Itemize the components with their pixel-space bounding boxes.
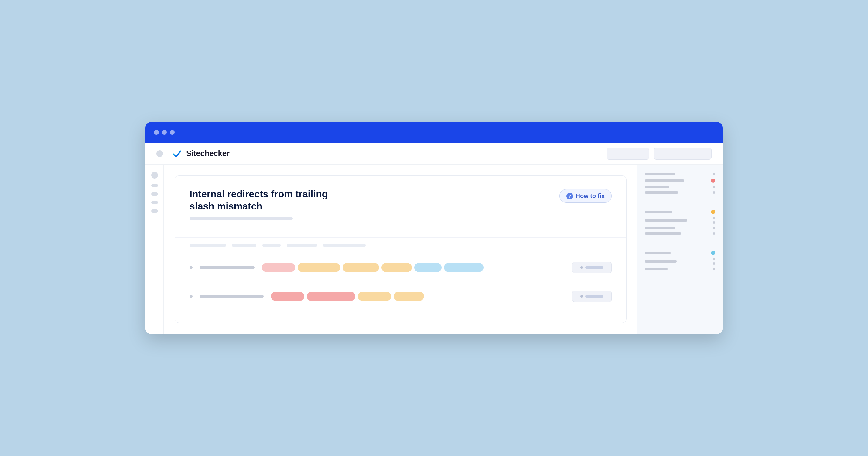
rs-divider — [645, 204, 715, 204]
content-area: Internal redirects from trailing slash m… — [164, 165, 638, 334]
card-header: Internal redirects from trailing slash m… — [189, 188, 612, 227]
rs-section-1 — [645, 173, 715, 197]
sidebar-nav — [146, 165, 164, 334]
rs-mini-dot — [713, 268, 715, 270]
rs-row — [645, 232, 715, 235]
row-tags-2 — [271, 292, 565, 301]
tag-red-1 — [271, 292, 304, 301]
card-subtitle-placeholder — [189, 217, 293, 220]
main-card: Internal redirects from trailing slash m… — [175, 175, 626, 323]
browser-dot-3 — [170, 130, 175, 135]
rs-bar — [645, 191, 678, 194]
row-indicator-2 — [189, 295, 192, 298]
btn-dot-icon-2 — [580, 295, 583, 297]
rs-bar — [645, 252, 671, 254]
rs-mini-dots — [713, 173, 715, 175]
sidebar-item-4 — [151, 201, 158, 204]
tag-orange-3 — [381, 263, 412, 272]
rs-mini-dot — [713, 173, 715, 175]
tag-orange-2 — [343, 263, 379, 272]
rs-bar — [645, 260, 677, 263]
rs-row — [645, 191, 715, 194]
browser-dot-1 — [154, 130, 159, 135]
browser-window: Sitechecker Internal redirects from trai… — [146, 122, 722, 334]
brand: Sitechecker — [172, 148, 600, 159]
brand-logo-icon — [172, 148, 183, 159]
tag-red-2 — [307, 292, 355, 301]
row-action-button-2[interactable] — [572, 291, 612, 302]
th-3 — [262, 244, 281, 247]
rs-bar — [645, 219, 687, 222]
sidebar-item-1[interactable] — [151, 172, 158, 178]
rs-mini-dot — [713, 217, 715, 220]
rs-row — [645, 186, 715, 188]
browser-dot-2 — [162, 130, 167, 135]
rs-dot-red — [711, 178, 715, 183]
table-row — [189, 282, 612, 311]
row-action-button-1[interactable] — [572, 262, 612, 273]
tag-orange-5 — [394, 292, 424, 301]
rs-mini-dot — [713, 232, 715, 235]
rs-row — [645, 258, 715, 265]
rs-mini-dots — [713, 186, 715, 188]
sidebar-item-5 — [151, 209, 158, 213]
topbar-button-1[interactable] — [607, 148, 649, 160]
main-layout: Internal redirects from trailing slash m… — [146, 165, 722, 334]
rs-bar — [645, 211, 672, 213]
how-to-fix-button[interactable]: ? How to fix — [559, 189, 612, 203]
sidebar-item-3 — [151, 193, 158, 196]
sidebar-item-2 — [151, 184, 158, 187]
rs-bar — [645, 268, 668, 270]
tag-orange-4 — [358, 292, 391, 301]
table-header-row — [189, 238, 612, 253]
card-title: Internal redirects from trailing slash m… — [189, 188, 353, 212]
th-2 — [232, 244, 256, 247]
row-indicator-1 — [189, 266, 192, 269]
card-title-block: Internal redirects from trailing slash m… — [189, 188, 353, 227]
rs-mini-dot — [713, 262, 715, 265]
rs-row — [645, 178, 715, 183]
rs-row — [645, 173, 715, 175]
rs-bar — [645, 173, 675, 175]
brand-name: Sitechecker — [186, 149, 229, 158]
btn-bar-2 — [585, 295, 603, 297]
rs-mini-dot — [713, 258, 715, 260]
rs-bar — [645, 232, 681, 235]
tag-orange-1 — [298, 263, 340, 272]
table-row — [189, 253, 612, 282]
rs-mini-dot — [713, 191, 715, 194]
topbar: Sitechecker — [146, 143, 722, 165]
rs-bar — [645, 186, 669, 188]
rs-row — [645, 210, 715, 214]
btn-bar — [585, 266, 603, 269]
row-tags-1 — [262, 263, 565, 272]
th-1 — [189, 244, 226, 247]
rs-dot-orange — [711, 210, 715, 214]
nav-avatar-placeholder — [156, 150, 163, 157]
rs-mini-dots — [713, 227, 715, 229]
rs-dot-blue — [711, 251, 715, 255]
rs-mini-dots — [713, 268, 715, 270]
btn-dot-icon — [580, 266, 583, 269]
topbar-button-2[interactable] — [654, 148, 712, 160]
rs-mini-dots — [713, 258, 715, 265]
rs-row — [645, 251, 715, 255]
how-to-fix-icon: ? — [566, 193, 573, 199]
rs-mini-dot — [713, 227, 715, 229]
rs-mini-dots — [713, 217, 715, 224]
topbar-actions — [607, 148, 712, 160]
rs-bar — [645, 180, 684, 182]
rs-section-2 — [645, 210, 715, 238]
rs-row — [645, 227, 715, 229]
th-4 — [287, 244, 317, 247]
rs-section-3 — [645, 251, 715, 273]
row-label-2 — [200, 295, 264, 298]
tag-pink-1 — [262, 263, 295, 272]
rs-row — [645, 217, 715, 224]
rs-bar — [645, 227, 675, 229]
rs-divider-2 — [645, 245, 715, 245]
row-label-1 — [200, 266, 254, 269]
rs-row — [645, 268, 715, 270]
browser-dots — [154, 130, 175, 135]
tag-blue-1 — [414, 263, 442, 272]
